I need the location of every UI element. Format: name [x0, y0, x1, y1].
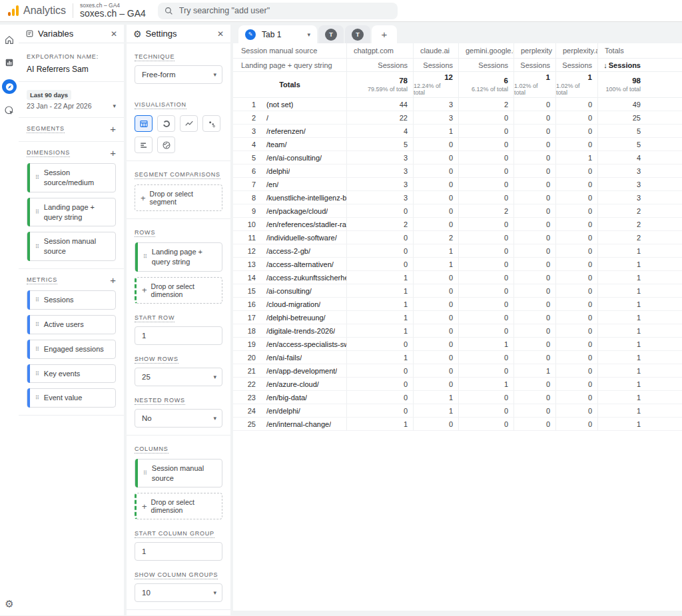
line-chart-icon[interactable] [180, 115, 198, 132]
variables-panel: Variables ✕ EXPLORATION NAME: AI Referre… [19, 25, 124, 615]
show-rows-select[interactable]: 25▾ [135, 368, 222, 386]
show-column-groups-select[interactable]: 10▾ [135, 583, 222, 602]
session-value: 0 [413, 191, 458, 204]
drag-handle-icon: ⠿ [35, 371, 39, 377]
table-row[interactable]: 6/delphi/300003 [233, 164, 682, 178]
drop-segment-zone[interactable]: +Drop or select segment [135, 184, 222, 211]
table-row[interactable]: 14/access-zukunftssicherheit/100001 [233, 271, 682, 284]
drop-column-dimension-zone[interactable]: +Drop or select dimension [135, 493, 222, 519]
explore-icon[interactable] [2, 79, 17, 94]
table-row[interactable]: 5/en/ai-consulting/300014 [233, 151, 682, 164]
row-number: 21 [241, 367, 256, 375]
metric-chip[interactable]: ⠿Event value [27, 388, 116, 408]
column-header[interactable]: chatgpt.com [346, 43, 413, 58]
rows-dimension-chip[interactable]: ⠿ Landing page + query string [135, 242, 222, 272]
metric-chip[interactable]: ⠿Active users [27, 315, 116, 334]
date-range-section[interactable]: Last 90 days 23 Jan - 22 Apr 2026 ▾ [19, 82, 124, 118]
dimension-chip[interactable]: ⠿Session manual source [27, 232, 116, 261]
metric-header[interactable]: Sessions [458, 59, 513, 71]
column-header[interactable]: perplexity [513, 43, 555, 58]
home-icon[interactable] [3, 34, 15, 46]
advertising-icon[interactable] [3, 105, 15, 117]
landing-page: /individuelle-software/ [266, 234, 337, 242]
tab-1[interactable]: ✎ Tab 1 ▾ [238, 25, 317, 43]
metric-chip[interactable]: ⠿Key events [27, 364, 116, 384]
table-row[interactable]: 18/digitale-trends-2026/100001 [233, 324, 682, 338]
start-column-group-input[interactable]: 1 [135, 542, 222, 561]
metric-header[interactable]: Sessions [413, 59, 458, 71]
technique-select[interactable]: Free-form▾ [135, 65, 222, 84]
session-value: 0 [413, 324, 458, 337]
search-bar[interactable] [158, 3, 398, 19]
column-header[interactable]: Totals [597, 43, 682, 58]
collapsed-tab[interactable]: T [318, 25, 344, 43]
table-row[interactable]: 8/kuenstliche-intelligenz-beispiele/3000… [233, 191, 682, 204]
table-row[interactable]: 24/en/delphi/010001 [233, 404, 682, 418]
start-row-input[interactable]: 1 [135, 326, 222, 345]
table-row[interactable]: 25/en/internal-change/100001 [233, 418, 682, 431]
table-visualisation-icon[interactable] [135, 115, 153, 132]
dimension-chip[interactable]: ⠿Session source/medium [27, 163, 116, 192]
table-row[interactable]: 20/en/ai-fails/100001 [233, 351, 682, 364]
table-row[interactable]: 1(not set)44320049 [233, 98, 682, 111]
reports-icon[interactable] [3, 57, 15, 69]
session-value: 0 [413, 164, 458, 177]
scatter-plot-icon[interactable] [202, 115, 220, 132]
table-row[interactable]: 22/en/azure-cloud/001001 [233, 378, 682, 391]
add-segment-button[interactable]: + [110, 124, 116, 134]
dimension-chip[interactable]: ⠿Landing page + query string [27, 198, 116, 227]
table-row[interactable]: 15/ai-consulting/100001 [233, 284, 682, 298]
nested-rows-select[interactable]: No▾ [135, 409, 222, 428]
column-header[interactable]: perplexity.ai [555, 43, 597, 58]
geo-map-icon[interactable] [157, 137, 175, 153]
session-value: 0 [346, 404, 413, 417]
metric-chip[interactable]: ⠿Sessions [27, 290, 116, 310]
session-value: 0 [458, 231, 513, 244]
close-icon[interactable]: ✕ [111, 29, 117, 39]
bar-chart-icon[interactable] [135, 137, 153, 153]
donut-chart-icon[interactable] [157, 115, 175, 132]
metric-header-label: Sessions [423, 61, 453, 69]
session-value: 0 [413, 138, 458, 151]
add-tab-button[interactable]: + [372, 25, 397, 43]
metric-header[interactable]: Sessions [555, 59, 597, 71]
column-header[interactable]: gemini.google.com [458, 43, 513, 58]
session-value: 0 [413, 364, 458, 377]
table-row[interactable]: 11/individuelle-software/020002 [233, 231, 682, 244]
table-row[interactable]: 10/en/references/stadler-rail/200002 [233, 218, 682, 231]
session-value: 1 [597, 404, 682, 417]
metric-header[interactable]: Sessions [346, 59, 413, 71]
table-row[interactable]: 21/en/app-development/000101 [233, 364, 682, 378]
account-switcher[interactable]: soxes.ch – GA4 soxes.ch – GA4 [80, 3, 146, 19]
chevron-down-icon[interactable]: ▾ [307, 31, 310, 38]
collapsed-tab[interactable]: T [345, 25, 370, 43]
table-row[interactable]: 7/en/300003 [233, 178, 682, 191]
landing-page: /en/references/stadler-rail/ [266, 220, 346, 228]
exploration-name-value[interactable]: AI Referrers Sam [27, 65, 116, 74]
close-icon[interactable]: ✕ [217, 29, 224, 39]
dimensions-list: ⠿Session source/medium⠿Landing page + qu… [27, 163, 116, 261]
metric-chip[interactable]: ⠿Engaged sessions [27, 340, 116, 359]
table-row[interactable]: 17/delphi-betreuung/100001 [233, 311, 682, 324]
table-row[interactable]: 9/en/package/cloud/002002 [233, 204, 682, 218]
table-row[interactable]: 12/access-2-gb/010001 [233, 244, 682, 258]
add-dimension-button[interactable]: + [110, 148, 116, 158]
table-row[interactable]: 4/team/500005 [233, 138, 682, 151]
session-value: 0 [346, 244, 413, 257]
columns-dimension-chip[interactable]: ⠿ Session manual source [135, 459, 222, 488]
table-row[interactable]: 16/cloud-migration/100001 [233, 298, 682, 311]
table-row[interactable]: 3/referenzen/410005 [233, 125, 682, 138]
admin-gear-icon[interactable]: ⚙ [5, 598, 13, 610]
table-row[interactable]: 2/22300025 [233, 111, 682, 125]
add-metric-button[interactable]: + [110, 275, 116, 285]
table-row[interactable]: 19/en/access-specialists-switzerland/001… [233, 338, 682, 351]
table-row[interactable]: 23/en/big-data/010001 [233, 391, 682, 404]
search-input[interactable] [179, 6, 379, 15]
session-value: 5 [346, 138, 413, 151]
session-value: 0 [458, 191, 513, 204]
metric-header[interactable]: ↓Sessions [597, 59, 682, 71]
drop-row-dimension-zone[interactable]: +Drop or select dimension [135, 277, 222, 304]
metric-header[interactable]: Sessions [513, 59, 555, 71]
table-row[interactable]: 13/access-alternativen/010001 [233, 258, 682, 271]
column-header[interactable]: claude.ai [413, 43, 458, 58]
